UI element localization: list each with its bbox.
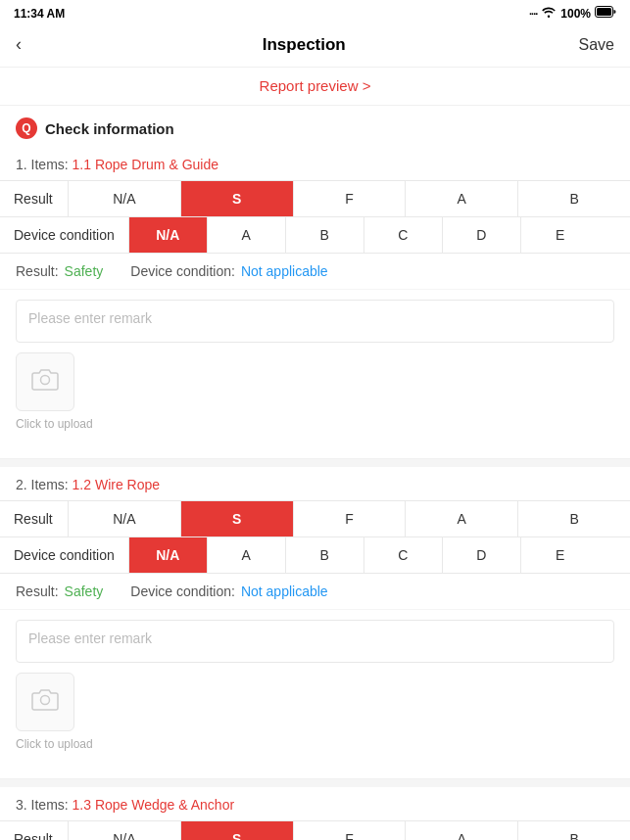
result-row-2: Result N/ASFAB — [0, 500, 630, 537]
section-title: Check information — [45, 120, 174, 137]
report-preview-banner[interactable]: Report preview > — [0, 68, 630, 106]
result-btn-S[interactable]: S — [181, 181, 294, 216]
back-button[interactable]: ‹ — [16, 32, 29, 57]
result-status-label: Result: — [16, 583, 59, 599]
device-btn-E[interactable]: E — [521, 217, 600, 253]
result-btn-N/A[interactable]: N/A — [69, 501, 181, 537]
device-btn-N/A[interactable]: N/A — [129, 217, 208, 253]
device-condition-label: Device condition — [0, 217, 129, 253]
result-label: Result — [0, 821, 69, 840]
result-btn-A[interactable]: A — [406, 181, 518, 216]
upload-box-2[interactable] — [16, 673, 74, 731]
status-time: 11:34 AM — [14, 7, 65, 21]
battery-icon — [595, 6, 616, 21]
status-bar: 11:34 AM ···· 100% — [0, 0, 630, 24]
status-line-2: Result: Safety Device condition: Not app… — [0, 574, 630, 610]
svg-rect-1 — [597, 8, 611, 16]
signal-icon: ···· — [529, 8, 537, 20]
result-btn-F[interactable]: F — [294, 501, 407, 537]
report-preview-link[interactable]: Report preview > — [260, 77, 371, 94]
section-header: Q Check information — [0, 106, 630, 147]
result-options: N/ASFAB — [69, 181, 630, 216]
battery-percentage: 100% — [560, 7, 591, 21]
divider-2 — [0, 779, 630, 787]
upload-area-1: Click to upload — [16, 352, 614, 431]
device-status-value: Not applicable — [241, 263, 328, 279]
device-options: N/AABCDE — [129, 537, 630, 573]
device-status-label: Device condition: — [130, 263, 235, 279]
result-btn-S[interactable]: S — [181, 821, 294, 840]
result-label: Result — [0, 181, 69, 216]
upload-label-2: Click to upload — [16, 737, 93, 751]
device-btn-N/A[interactable]: N/A — [129, 537, 208, 573]
result-btn-F[interactable]: F — [294, 821, 407, 840]
device-options: N/AABCDE — [129, 217, 630, 253]
result-btn-A[interactable]: A — [406, 501, 518, 537]
item-header-2: 2. Items: 1.2 Wire Rope — [0, 467, 630, 500]
section-icon: Q — [16, 117, 37, 139]
device-btn-A[interactable]: A — [208, 537, 286, 573]
device-btn-E[interactable]: E — [521, 537, 600, 573]
device-row-2: Device condition N/AABCDE — [0, 537, 630, 574]
result-status-value: Safety — [65, 263, 104, 279]
device-btn-D[interactable]: D — [443, 537, 521, 573]
status-line-1: Result: Safety Device condition: Not app… — [0, 254, 630, 290]
item-header-3: 3. Items: 1.3 Rope Wedge & Anchor — [0, 787, 630, 820]
result-status-value: Safety — [65, 583, 104, 599]
result-btn-N/A[interactable]: N/A — [69, 821, 181, 840]
items-container: 1. Items: 1.1 Rope Drum & Guide Result N… — [0, 147, 630, 840]
device-btn-C[interactable]: C — [364, 217, 443, 253]
inspection-item-2: 2. Items: 1.2 Wire Rope Result N/ASFAB D… — [0, 467, 630, 779]
result-btn-B[interactable]: B — [518, 501, 630, 537]
result-btn-B[interactable]: B — [518, 821, 630, 840]
status-right: ···· 100% — [529, 6, 616, 21]
device-btn-C[interactable]: C — [364, 537, 443, 573]
inspection-item-1: 1. Items: 1.1 Rope Drum & Guide Result N… — [0, 147, 630, 459]
device-status-label: Device condition: — [130, 583, 235, 599]
device-btn-B[interactable]: B — [286, 537, 364, 573]
camera-icon — [31, 367, 59, 397]
device-btn-A[interactable]: A — [208, 217, 286, 253]
result-label: Result — [0, 501, 69, 537]
device-btn-D[interactable]: D — [443, 217, 521, 253]
page-title: Inspection — [263, 35, 346, 55]
upload-box-1[interactable] — [16, 352, 74, 411]
save-button[interactable]: Save — [579, 36, 614, 54]
result-options: N/ASFAB — [69, 821, 630, 840]
svg-point-2 — [41, 376, 50, 385]
result-btn-A[interactable]: A — [406, 821, 518, 840]
svg-point-3 — [41, 696, 50, 705]
result-row-1: Result N/ASFAB — [0, 180, 630, 217]
wifi-icon — [541, 6, 557, 21]
result-btn-S[interactable]: S — [181, 501, 294, 537]
device-status-value: Not applicable — [241, 583, 328, 599]
nav-bar: ‹ Inspection Save — [0, 24, 630, 68]
result-btn-F[interactable]: F — [294, 181, 407, 216]
divider-1 — [0, 459, 630, 467]
device-row-1: Device condition N/AABCDE — [0, 217, 630, 254]
device-condition-label: Device condition — [0, 537, 129, 573]
result-options: N/ASFAB — [69, 501, 630, 537]
remark-input-2[interactable]: Please enter remark — [16, 620, 614, 663]
upload-label-1: Click to upload — [16, 417, 93, 431]
result-btn-N/A[interactable]: N/A — [69, 181, 181, 216]
upload-area-2: Click to upload — [16, 673, 614, 751]
result-status-label: Result: — [16, 263, 59, 279]
camera-icon — [31, 687, 59, 717]
inspection-item-3: 3. Items: 1.3 Rope Wedge & Anchor Result… — [0, 787, 630, 840]
result-row-3: Result N/ASFAB — [0, 820, 630, 840]
device-btn-B[interactable]: B — [286, 217, 364, 253]
item-header-1: 1. Items: 1.1 Rope Drum & Guide — [0, 147, 630, 180]
remark-input-1[interactable]: Please enter remark — [16, 300, 614, 343]
result-btn-B[interactable]: B — [518, 181, 630, 216]
